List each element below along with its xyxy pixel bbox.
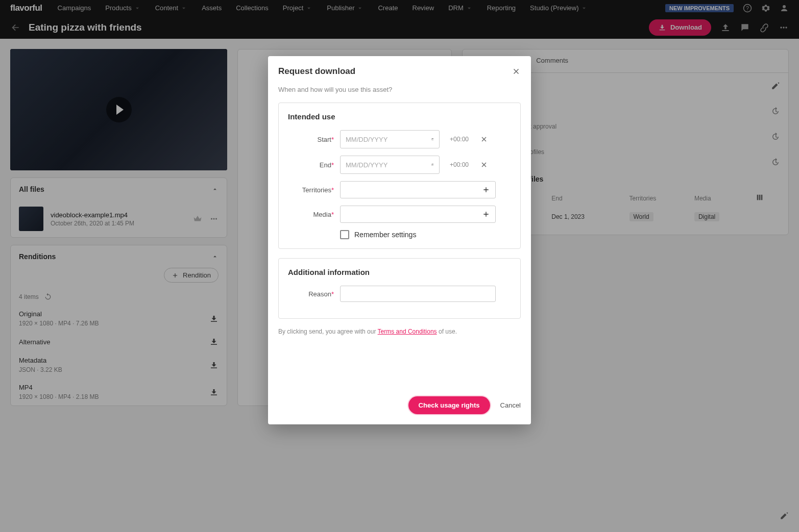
plus-icon[interactable] [482, 186, 490, 194]
territories-input[interactable] [340, 181, 496, 198]
modal-overlay: Request download When and how will you u… [0, 0, 799, 416]
timezone-label: +00:00 [450, 161, 469, 168]
start-date-input[interactable] [340, 130, 440, 148]
intended-use-section: Intended use Start* +00:00 End* [278, 103, 521, 249]
terms-link[interactable]: Terms and Conditions [378, 328, 437, 335]
cancel-button[interactable]: Cancel [500, 401, 521, 409]
remember-label: Remember settings [354, 231, 416, 239]
timezone-label: +00:00 [450, 136, 469, 143]
remember-checkbox[interactable] [340, 230, 349, 239]
clear-icon[interactable] [480, 161, 488, 169]
reason-input[interactable] [340, 286, 496, 302]
close-icon[interactable] [512, 67, 521, 76]
additional-info-section: Additional information Reason* [278, 258, 521, 319]
terms-text: By clicking send, you agree with our Ter… [278, 328, 521, 345]
media-input[interactable] [340, 206, 496, 223]
modal-subtitle: When and how will you use this asset? [268, 82, 531, 103]
section-title: Intended use [288, 112, 511, 121]
plus-icon[interactable] [482, 210, 490, 218]
check-usage-rights-button[interactable]: Check usage rights [408, 396, 490, 414]
request-download-modal: Request download When and how will you u… [268, 56, 531, 416]
calendar-icon[interactable] [431, 135, 434, 144]
section-title: Additional information [288, 268, 511, 276]
calendar-icon[interactable] [431, 160, 434, 169]
end-date-input[interactable] [340, 156, 440, 174]
clear-icon[interactable] [480, 135, 488, 143]
modal-title: Request download [278, 66, 355, 77]
